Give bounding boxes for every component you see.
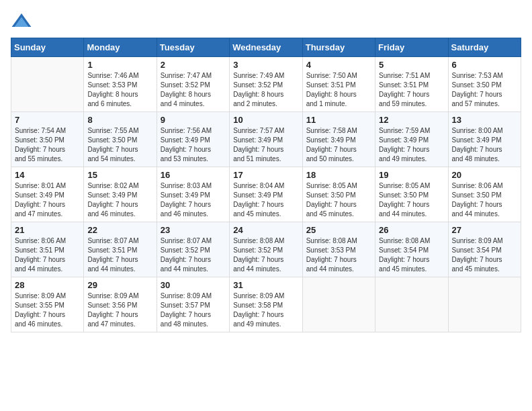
- table-row: 5Sunrise: 7:51 AMSunset: 3:51 PMDaylight…: [375, 57, 448, 112]
- table-row: 19Sunrise: 8:05 AMSunset: 3:50 PMDayligh…: [375, 167, 448, 222]
- day-info: Sunrise: 8:07 AMSunset: 3:51 PMDaylight:…: [87, 236, 152, 274]
- day-info: Sunrise: 7:57 AMSunset: 3:49 PMDaylight:…: [233, 126, 298, 164]
- day-info: Sunrise: 7:47 AMSunset: 3:52 PMDaylight:…: [161, 71, 226, 109]
- day-number: 22: [87, 225, 152, 235]
- table-row: 31Sunrise: 8:09 AMSunset: 3:58 PMDayligh…: [230, 277, 302, 332]
- day-number: 26: [379, 225, 444, 235]
- day-info: Sunrise: 8:05 AMSunset: 3:50 PMDaylight:…: [379, 181, 444, 219]
- day-info: Sunrise: 8:08 AMSunset: 3:52 PMDaylight:…: [233, 236, 298, 274]
- day-info: Sunrise: 8:09 AMSunset: 3:58 PMDaylight:…: [233, 291, 298, 329]
- day-number: 23: [161, 225, 226, 235]
- day-number: 15: [87, 170, 152, 180]
- day-info: Sunrise: 8:09 AMSunset: 3:54 PMDaylight:…: [452, 236, 517, 274]
- table-row: 21Sunrise: 8:06 AMSunset: 3:51 PMDayligh…: [11, 222, 84, 277]
- day-info: Sunrise: 7:55 AMSunset: 3:50 PMDaylight:…: [87, 126, 152, 164]
- day-number: 25: [306, 225, 371, 235]
- day-info: Sunrise: 8:09 AMSunset: 3:57 PMDaylight:…: [161, 291, 226, 329]
- day-info: Sunrise: 8:09 AMSunset: 3:55 PMDaylight:…: [15, 291, 80, 329]
- calendar-week-1: 1Sunrise: 7:46 AMSunset: 3:53 PMDaylight…: [11, 57, 521, 112]
- day-number: 17: [233, 170, 298, 180]
- table-row: 11Sunrise: 7:58 AMSunset: 3:49 PMDayligh…: [302, 112, 375, 167]
- page-header: [11, 11, 521, 32]
- table-row: [448, 277, 521, 332]
- day-number: 1: [87, 60, 152, 70]
- day-info: Sunrise: 7:50 AMSunset: 3:51 PMDaylight:…: [306, 71, 371, 109]
- day-number: 30: [161, 280, 226, 290]
- col-wednesday: Wednesday: [230, 38, 302, 57]
- day-info: Sunrise: 8:08 AMSunset: 3:53 PMDaylight:…: [306, 236, 371, 274]
- table-row: 15Sunrise: 8:02 AMSunset: 3:49 PMDayligh…: [84, 167, 157, 222]
- table-row: [302, 277, 375, 332]
- col-monday: Monday: [84, 38, 157, 57]
- day-number: 6: [452, 60, 517, 70]
- table-row: 13Sunrise: 8:00 AMSunset: 3:49 PMDayligh…: [448, 112, 521, 167]
- day-info: Sunrise: 7:53 AMSunset: 3:50 PMDaylight:…: [452, 71, 517, 109]
- day-number: 11: [306, 115, 371, 125]
- table-row: 22Sunrise: 8:07 AMSunset: 3:51 PMDayligh…: [84, 222, 157, 277]
- table-row: 10Sunrise: 7:57 AMSunset: 3:49 PMDayligh…: [230, 112, 302, 167]
- table-row: 27Sunrise: 8:09 AMSunset: 3:54 PMDayligh…: [448, 222, 521, 277]
- table-row: 25Sunrise: 8:08 AMSunset: 3:53 PMDayligh…: [302, 222, 375, 277]
- table-row: 23Sunrise: 8:07 AMSunset: 3:52 PMDayligh…: [157, 222, 229, 277]
- col-saturday: Saturday: [448, 38, 521, 57]
- day-number: 19: [379, 170, 444, 180]
- table-row: 9Sunrise: 7:56 AMSunset: 3:49 PMDaylight…: [157, 112, 229, 167]
- day-info: Sunrise: 8:02 AMSunset: 3:49 PMDaylight:…: [87, 181, 152, 219]
- day-info: Sunrise: 7:58 AMSunset: 3:49 PMDaylight:…: [306, 126, 371, 164]
- calendar-header-row: Sunday Monday Tuesday Wednesday Thursday…: [11, 38, 521, 57]
- day-number: 28: [15, 280, 80, 290]
- table-row: 12Sunrise: 7:59 AMSunset: 3:49 PMDayligh…: [375, 112, 448, 167]
- day-number: 5: [379, 60, 444, 70]
- day-info: Sunrise: 7:59 AMSunset: 3:49 PMDaylight:…: [379, 126, 444, 164]
- calendar-week-2: 7Sunrise: 7:54 AMSunset: 3:50 PMDaylight…: [11, 112, 521, 167]
- day-number: 20: [452, 170, 517, 180]
- day-info: Sunrise: 7:54 AMSunset: 3:50 PMDaylight:…: [15, 126, 80, 164]
- table-row: 1Sunrise: 7:46 AMSunset: 3:53 PMDaylight…: [84, 57, 157, 112]
- table-row: 30Sunrise: 8:09 AMSunset: 3:57 PMDayligh…: [157, 277, 229, 332]
- day-info: Sunrise: 8:03 AMSunset: 3:49 PMDaylight:…: [161, 181, 226, 219]
- day-number: 29: [87, 280, 152, 290]
- day-number: 21: [15, 225, 80, 235]
- logo-icon: [11, 11, 32, 32]
- day-info: Sunrise: 7:49 AMSunset: 3:52 PMDaylight:…: [233, 71, 298, 109]
- day-number: 4: [306, 60, 371, 70]
- col-sunday: Sunday: [11, 38, 84, 57]
- calendar-week-3: 14Sunrise: 8:01 AMSunset: 3:49 PMDayligh…: [11, 167, 521, 222]
- day-number: 12: [379, 115, 444, 125]
- table-row: 4Sunrise: 7:50 AMSunset: 3:51 PMDaylight…: [302, 57, 375, 112]
- day-number: 7: [15, 115, 80, 125]
- table-row: 16Sunrise: 8:03 AMSunset: 3:49 PMDayligh…: [157, 167, 229, 222]
- table-row: [11, 57, 84, 112]
- table-row: 14Sunrise: 8:01 AMSunset: 3:49 PMDayligh…: [11, 167, 84, 222]
- table-row: 20Sunrise: 8:06 AMSunset: 3:50 PMDayligh…: [448, 167, 521, 222]
- day-info: Sunrise: 8:06 AMSunset: 3:50 PMDaylight:…: [452, 181, 517, 219]
- table-row: 3Sunrise: 7:49 AMSunset: 3:52 PMDaylight…: [230, 57, 302, 112]
- day-number: 10: [233, 115, 298, 125]
- calendar-table: Sunday Monday Tuesday Wednesday Thursday…: [11, 38, 521, 332]
- day-info: Sunrise: 8:05 AMSunset: 3:50 PMDaylight:…: [306, 181, 371, 219]
- calendar-week-5: 28Sunrise: 8:09 AMSunset: 3:55 PMDayligh…: [11, 277, 521, 332]
- logo: [11, 11, 35, 32]
- table-row: 8Sunrise: 7:55 AMSunset: 3:50 PMDaylight…: [84, 112, 157, 167]
- table-row: 2Sunrise: 7:47 AMSunset: 3:52 PMDaylight…: [157, 57, 229, 112]
- table-row: 28Sunrise: 8:09 AMSunset: 3:55 PMDayligh…: [11, 277, 84, 332]
- table-row: 18Sunrise: 8:05 AMSunset: 3:50 PMDayligh…: [302, 167, 375, 222]
- day-number: 14: [15, 170, 80, 180]
- col-friday: Friday: [375, 38, 448, 57]
- table-row: 26Sunrise: 8:08 AMSunset: 3:54 PMDayligh…: [375, 222, 448, 277]
- day-number: 31: [233, 280, 298, 290]
- day-info: Sunrise: 8:00 AMSunset: 3:49 PMDaylight:…: [452, 126, 517, 164]
- day-info: Sunrise: 7:46 AMSunset: 3:53 PMDaylight:…: [87, 71, 152, 109]
- day-info: Sunrise: 7:56 AMSunset: 3:49 PMDaylight:…: [161, 126, 226, 164]
- day-info: Sunrise: 8:08 AMSunset: 3:54 PMDaylight:…: [379, 236, 444, 274]
- day-info: Sunrise: 8:04 AMSunset: 3:49 PMDaylight:…: [233, 181, 298, 219]
- table-row: 17Sunrise: 8:04 AMSunset: 3:49 PMDayligh…: [230, 167, 302, 222]
- day-info: Sunrise: 8:09 AMSunset: 3:56 PMDaylight:…: [87, 291, 152, 329]
- day-number: 13: [452, 115, 517, 125]
- day-info: Sunrise: 7:51 AMSunset: 3:51 PMDaylight:…: [379, 71, 444, 109]
- col-thursday: Thursday: [302, 38, 375, 57]
- day-number: 3: [233, 60, 298, 70]
- day-number: 16: [161, 170, 226, 180]
- table-row: [375, 277, 448, 332]
- day-info: Sunrise: 8:07 AMSunset: 3:52 PMDaylight:…: [161, 236, 226, 274]
